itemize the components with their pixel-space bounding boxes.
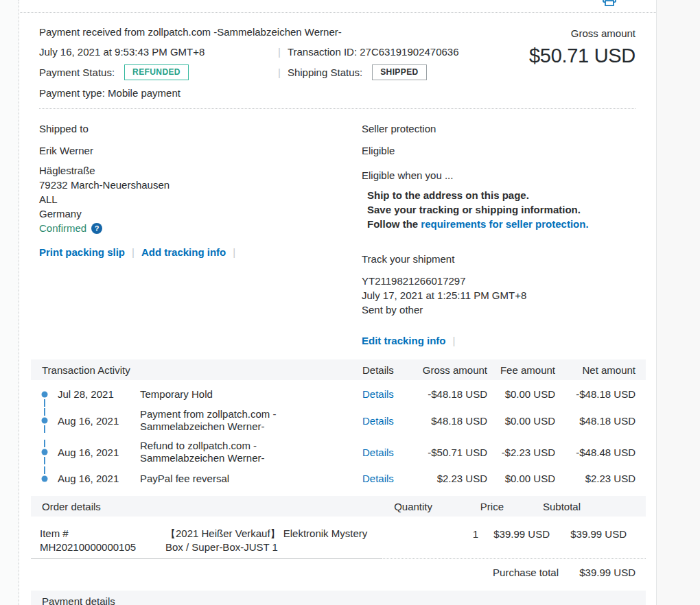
tracking-details: YT2119821266017297 July 17, 2021 at 1:25… [362, 274, 635, 317]
order-details-title: Order details [31, 499, 362, 514]
activity-fee: $0.00 USD [487, 414, 555, 428]
shipped-to-heading: Shipped to [39, 121, 362, 136]
activity-description: Refund to zollpatch.com - Sammelabzeiche… [140, 440, 362, 464]
activity-row: Aug 16, 2021 PayPal fee reversal Details… [31, 468, 635, 489]
activity-row: Aug 16, 2021 Payment from zollpatch.com … [31, 405, 635, 436]
activity-description: Payment from zollpatch.com - Sammelabzei… [140, 408, 362, 433]
link-separator: | [446, 333, 463, 348]
activity-net: $2.23 USD [555, 471, 635, 486]
edit-tracking-info-link[interactable]: Edit tracking info [362, 333, 446, 348]
help-icon[interactable]: ? [91, 223, 102, 234]
top-toolbar [20, 0, 656, 13]
details-link[interactable]: Details [362, 471, 394, 486]
details-link[interactable]: Details [362, 445, 394, 460]
payment-type: Payment type: Mobile payment [39, 86, 635, 100]
transaction-activity-header: Transaction Activity Details Gross amoun… [31, 359, 646, 380]
seller-protection-heading: Seller protection [362, 121, 635, 136]
activity-net: -$48.18 USD [555, 387, 635, 401]
seller-protection-section: Seller protection Eligible Eligible when… [362, 121, 635, 348]
shipping-status-label: Shipping Status: [288, 65, 362, 80]
item-subtotal: $39.99 USD [550, 527, 627, 554]
shipped-to-section: Shipped to Erik Werner Häglestraße 79232… [39, 121, 362, 348]
item-name: 【2021 Heißer Verkauf】 Elektronik Mystery… [165, 527, 408, 554]
timeline-dot [31, 408, 58, 433]
payment-details-section: Payment details [31, 591, 646, 605]
activity-gross: $48.18 USD [417, 414, 487, 428]
column-subtotal: Subtotal [504, 499, 581, 514]
activity-gross: -$50.71 USD [417, 445, 487, 460]
item-price: $39.99 USD [478, 527, 550, 554]
column-details: Details [362, 363, 417, 377]
order-details-section: Order details Quantity Price Subtotal It… [31, 496, 646, 587]
link-separator: | [125, 245, 141, 259]
payment-status-badge: REFUNDED [124, 64, 189, 80]
recipient-name: Erik Werner [39, 143, 362, 158]
timeline-dot [31, 440, 58, 464]
transaction-activity-title: Transaction Activity [31, 363, 362, 377]
activity-net: $48.18 USD [555, 414, 635, 428]
activity-description: PayPal fee reversal [140, 473, 362, 485]
activity-gross: -$48.18 USD [417, 387, 487, 401]
payment-details-title: Payment details [31, 594, 362, 605]
eligibility-status: Eligible [362, 143, 635, 158]
activity-date: Aug 16, 2021 [58, 445, 140, 460]
activity-date: Aug 16, 2021 [58, 414, 140, 428]
shipping-status-badge: SHIPPED [372, 64, 426, 80]
order-item-row: Item # MH20210000000105 【2021 Heißer Ver… [31, 517, 646, 558]
activity-description: Temporary Hold [140, 388, 362, 401]
add-tracking-info-link[interactable]: Add tracking info [141, 245, 226, 259]
activity-date: Aug 16, 2021 [58, 471, 140, 486]
transaction-activity-section: Transaction Activity Details Gross amoun… [31, 359, 646, 493]
timeline-dot [31, 471, 58, 486]
transaction-detail-card: Gross amount $50.71 USD Payment received… [20, 0, 656, 605]
order-divider [31, 558, 646, 559]
activity-gross: $2.23 USD [417, 471, 487, 486]
print-packing-slip-link[interactable]: Print packing slip [39, 245, 125, 259]
column-price: Price [432, 499, 504, 514]
activity-fee: -$2.23 USD [487, 445, 555, 460]
gross-amount-value: $50.71 USD [529, 44, 635, 67]
column-fee-amount: Fee amount [487, 363, 555, 377]
purchase-total-row: Purchase total $39.99 USD [31, 559, 646, 587]
eligibility-conditions: Ship to the address on this page. Save y… [367, 188, 635, 217]
column-net-amount: Net amount [555, 363, 635, 377]
activity-date: Jul 28, 2021 [58, 387, 140, 401]
activity-fee: $0.00 USD [487, 471, 555, 486]
left-gutter [0, 0, 19, 605]
field-separator: | [271, 45, 288, 59]
field-separator: | [271, 65, 288, 80]
payment-datetime: July 16, 2021 at 9:53:43 PM GMT+8 [39, 45, 271, 59]
seller-protection-requirements-link[interactable]: requirements for seller protection. [421, 218, 588, 230]
print-icon[interactable] [601, 0, 618, 8]
activity-fee: $0.00 USD [487, 387, 555, 401]
transaction-id: Transaction ID: 27C63191902470636 [288, 45, 459, 59]
activity-net: -$48.48 USD [555, 445, 635, 460]
recipient-address: Häglestraße 79232 March-Neuershausen ALL… [39, 163, 362, 221]
item-quantity: 1 [408, 527, 478, 554]
eligibility-intro: Eligible when you ... [362, 168, 635, 182]
activity-row: Jul 28, 2021 Temporary Hold Details -$48… [31, 383, 635, 405]
order-details-header: Order details Quantity Price Subtotal [31, 496, 646, 517]
follow-prefix: Follow the [367, 218, 421, 230]
purchase-total-value: $39.99 USD [559, 565, 635, 580]
item-number: Item # MH20210000000105 [31, 527, 165, 554]
link-separator: | [226, 245, 242, 259]
track-shipment-heading: Track your shipment [362, 252, 635, 266]
activity-row: Aug 16, 2021 Refund to zollpatch.com - S… [31, 436, 635, 468]
purchase-total-label: Purchase total [487, 565, 559, 580]
address-confirmed-label: Confirmed [39, 221, 86, 235]
payment-status-label: Payment Status: [39, 65, 115, 80]
payment-summary-header: Gross amount $50.71 USD Payment received… [20, 13, 656, 108]
column-gross-amount: Gross amount [417, 363, 487, 377]
timeline-dot [31, 387, 58, 401]
right-gutter [656, 0, 700, 605]
gross-amount-label: Gross amount [529, 26, 635, 40]
details-link[interactable]: Details [362, 387, 394, 401]
column-quantity: Quantity [362, 499, 432, 514]
payment-details-header: Payment details [31, 591, 646, 605]
details-link[interactable]: Details [362, 414, 394, 428]
